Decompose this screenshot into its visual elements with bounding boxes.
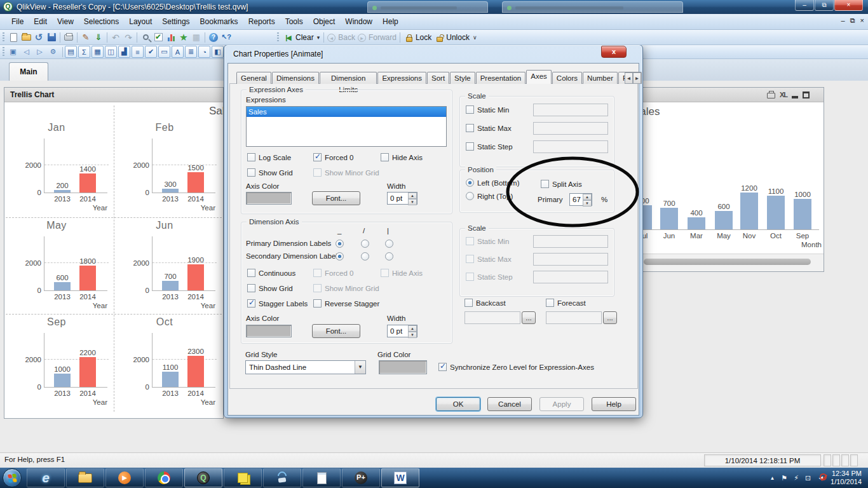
design-grid-icon[interactable]: ▦ — [190, 31, 203, 44]
menu-reports[interactable]: Reports — [243, 15, 280, 28]
axis-color-swatch[interactable] — [246, 192, 292, 205]
bar-2013[interactable] — [162, 189, 179, 193]
dimension-axis-color-swatch[interactable] — [246, 325, 292, 337]
static-step-checkbox[interactable]: Static Step — [466, 142, 513, 151]
taskbar-app-notepad[interactable] — [302, 468, 341, 487]
tab-general[interactable]: General — [236, 72, 271, 84]
add-sheet-icon[interactable]: ▣ — [7, 46, 19, 58]
toolbar-overflow-icon[interactable]: ∨ — [473, 34, 477, 41]
tab-scroll-left-icon[interactable]: ◄ — [625, 72, 633, 84]
menu-view[interactable]: View — [52, 15, 79, 28]
stagger-labels-checkbox[interactable]: Stagger Labels — [247, 299, 308, 308]
menu-window[interactable]: Window — [340, 15, 377, 28]
help-button[interactable]: Help — [592, 397, 636, 411]
child-close-button[interactable]: × — [860, 17, 864, 25]
tab-scroll-right-icon[interactable]: ► — [633, 72, 641, 84]
search-icon[interactable] — [139, 31, 152, 44]
print-icon[interactable] — [767, 93, 775, 98]
taskbar-app-security[interactable]: P+ — [342, 468, 380, 487]
redo-icon[interactable]: ↷ — [122, 31, 135, 44]
split-axis-checkbox[interactable]: Split Axis — [541, 180, 582, 188]
back-icon[interactable]: ◂ — [327, 34, 336, 42]
help-icon[interactable]: ? — [207, 31, 220, 44]
spin-down-icon[interactable]: ▼ — [408, 332, 417, 338]
bar-2014[interactable] — [79, 357, 96, 387]
print-icon[interactable] — [62, 31, 75, 44]
forecast-browse-button[interactable]: ... — [603, 311, 617, 324]
add-bookmark-icon[interactable]: ★ — [177, 31, 190, 44]
open-file-icon[interactable] — [20, 31, 32, 44]
reverse-stagger-checkbox[interactable]: Reverse Stagger — [313, 299, 379, 308]
continuous-checkbox[interactable]: Continuous — [247, 269, 295, 277]
action-center-flag-icon[interactable]: ⚑ — [781, 474, 787, 482]
combo-dropdown-icon[interactable]: ▼ — [355, 361, 365, 374]
menu-bookmarks[interactable]: Bookmarks — [195, 15, 243, 28]
bar-2013[interactable] — [162, 372, 179, 387]
create-list-box-icon[interactable]: ▤ — [65, 46, 77, 58]
menu-tools[interactable]: Tools — [280, 15, 308, 28]
reload-icon[interactable]: ↺ — [32, 31, 45, 44]
expressions-listbox[interactable]: Sales — [246, 106, 447, 147]
toolbar-grip[interactable] — [3, 32, 4, 43]
sheet-properties-icon[interactable]: ⚙ — [47, 46, 59, 58]
menu-help[interactable]: Help — [377, 15, 403, 28]
primary-vertical-radio[interactable] — [385, 240, 393, 248]
bar-2014[interactable] — [79, 266, 96, 290]
tab-dimensions[interactable]: Dimensions — [272, 72, 319, 84]
tab-colors[interactable]: Colors — [552, 72, 582, 84]
bar-2014[interactable] — [187, 356, 204, 387]
create-checkbox-object-icon[interactable]: ✔ — [145, 46, 157, 58]
close-button[interactable]: × — [834, 0, 863, 11]
spin-down-icon[interactable]: ▼ — [583, 200, 592, 207]
spin-up-icon[interactable]: ▲ — [583, 194, 592, 200]
bar-2014[interactable] — [187, 172, 204, 193]
create-text-object-icon[interactable]: A — [172, 46, 184, 58]
secondary-diagonal-radio[interactable] — [361, 252, 369, 261]
trellis-window-caption[interactable]: Trellis Chart — [4, 88, 223, 102]
taskbar-clock[interactable]: 12:34 PM 1/10/2014 — [831, 470, 862, 486]
bar-sep[interactable] — [794, 199, 811, 229]
primary-percent-spinner[interactable]: 67 ▲▼ — [569, 193, 592, 206]
bar-2013[interactable] — [54, 190, 71, 193]
tab-presentation[interactable]: Presentation — [476, 72, 526, 84]
taskbar-app-windows-explorer[interactable] — [66, 468, 104, 487]
grid-color-swatch[interactable] — [379, 360, 427, 374]
horizontal-scrollbar[interactable] — [644, 259, 811, 265]
unlock-button[interactable]: Unlock — [446, 33, 470, 42]
spin-down-icon[interactable]: ▼ — [408, 199, 417, 205]
taskbar-app-connectivity[interactable] — [263, 468, 301, 487]
restore-button[interactable]: ⧉ — [815, 0, 834, 11]
menu-selections[interactable]: Selections — [79, 15, 124, 28]
maximize-object-icon[interactable] — [803, 92, 810, 98]
demote-sheet-icon[interactable]: ▷ — [34, 46, 46, 58]
clear-button[interactable]: Clear — [295, 33, 314, 42]
tab-style[interactable]: Style — [450, 72, 475, 84]
hide-axis-checkbox[interactable]: Hide Axis — [381, 153, 423, 161]
quick-chart-icon[interactable] — [165, 31, 177, 44]
tab-axes[interactable]: Axes — [526, 70, 552, 84]
expression-item-sales[interactable]: Sales — [247, 107, 446, 117]
backcast-checkbox[interactable]: Backcast — [465, 299, 506, 307]
volume-muted-icon[interactable]: ◄ — [817, 474, 824, 482]
create-statistics-box-icon[interactable]: Σ — [78, 46, 90, 58]
start-button[interactable] — [3, 468, 22, 487]
network-icon[interactable]: ⊡ — [805, 474, 811, 482]
right-top-radio[interactable]: Right (Top) — [466, 192, 513, 200]
static-max-checkbox[interactable]: Static Max — [466, 124, 512, 132]
minimize-object-icon[interactable] — [792, 96, 798, 98]
child-restore-button[interactable]: ⧉ — [850, 17, 855, 25]
unlock-icon[interactable] — [437, 37, 443, 42]
left-bottom-radio[interactable]: Left (Bottom) — [466, 179, 519, 187]
menu-file[interactable]: File — [6, 15, 29, 28]
synchronize-zero-checkbox[interactable]: Synchronize Zero Level for Expression-Ax… — [438, 363, 594, 371]
partial-reload-icon[interactable]: ⇓ — [92, 31, 105, 44]
back-button[interactable]: Back — [338, 33, 355, 42]
bar-mar[interactable] — [688, 217, 705, 229]
tab-expressions[interactable]: Expressions — [377, 72, 426, 84]
grid-style-combobox[interactable]: Thin Dashed Line ▼ — [245, 360, 366, 374]
taskbar-app-internet-explorer[interactable]: e — [27, 468, 65, 487]
menu-settings[interactable]: Settings — [157, 15, 194, 28]
create-multi-box-icon[interactable]: ≡ — [132, 46, 144, 58]
toolbar-grip[interactable] — [3, 47, 4, 57]
bar-jun[interactable] — [660, 208, 678, 229]
